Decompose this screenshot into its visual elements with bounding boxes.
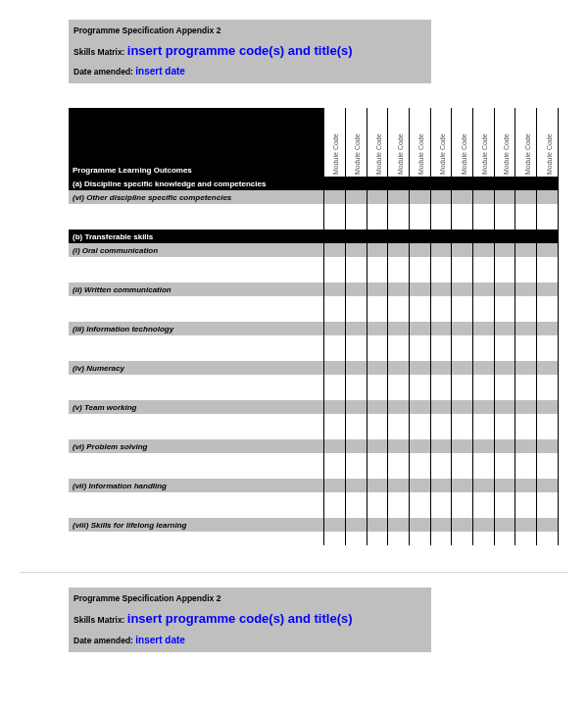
row-b2: (iii) Information technology [69,322,559,335]
module-col-2: Module Code [367,108,388,177]
module-code-label: Module Code [354,134,361,176]
date-label: Date amended: [74,67,133,77]
module-col-10: Module Code [537,108,559,177]
section-a-label: (a) Discipline specific knowledge and co… [69,177,324,190]
skills-matrix-value-2: insert programme code(s) and title(s) [127,611,353,626]
section-a-row: (a) Discipline specific knowledge and co… [69,177,559,190]
module-col-8: Module Code [494,108,515,177]
row-b7: (viii) Skills for lifelong learning [69,518,559,532]
page-separator [20,555,568,573]
gap [69,414,559,439]
module-col-1: Module Code [345,108,367,177]
module-col-9: Module Code [515,108,537,177]
module-code-label: Module Code [397,134,404,176]
row-b4: (v) Team working [69,400,559,414]
gap [69,532,559,545]
row-b1: (ii) Written communication [69,282,559,296]
gap [69,335,559,361]
module-col-7: Module Code [473,108,495,177]
date-row: Date amended: insert date [74,62,426,80]
appendix-title-2: Programme Specification Appendix 2 [74,590,426,607]
row-b6: (vii) Information handling [69,479,559,492]
skills-matrix-label: Skills Matrix: [74,47,124,57]
module-col-0: Module Code [324,108,346,177]
module-code-label: Module Code [439,134,446,176]
page-1: Programme Specification Appendix 2 Skill… [0,0,588,555]
appendix-title: Programme Specification Appendix 2 [74,23,426,39]
gap [69,375,559,400]
gap [69,296,559,322]
header-row: Programme Learning Outcomes Module Code … [69,108,559,177]
row-b3: (iv) Numeracy [69,361,559,375]
row-a6-label: (vi) Other discipline specific competenc… [69,190,324,204]
gap [69,257,559,282]
module-code-label: Module Code [417,134,424,176]
skills-matrix-table-wrap: Programme Learning Outcomes Module Code … [69,108,559,545]
section-b-row: (b) Transferable skills [69,230,559,243]
module-code-label: Module Code [481,134,488,176]
module-code-label: Module Code [524,134,531,176]
module-col-3: Module Code [388,108,410,177]
row-b5: (vi) Problem solving [69,439,559,453]
module-code-label: Module Code [503,134,510,176]
date-value: insert date [135,66,185,77]
skills-matrix-row: Skills Matrix: insert programme code(s) … [74,39,426,63]
module-code-label: Module Code [461,134,467,176]
module-code-label: Module Code [332,134,339,176]
skills-matrix-row-2: Skills Matrix: insert programme code(s) … [74,607,426,631]
date-label-2: Date amended: [74,636,133,645]
outcomes-header: Programme Learning Outcomes [69,108,324,177]
module-col-4: Module Code [409,108,430,177]
header-box: Programme Specification Appendix 2 Skill… [69,20,431,83]
header-box-2: Programme Specification Appendix 2 Skill… [69,588,431,651]
module-code-label: Module Code [375,134,382,176]
row-b0: (i) Oral communication [69,243,559,257]
date-row-2: Date amended: insert date [74,631,426,649]
skills-matrix-value: insert programme code(s) and title(s) [127,43,353,58]
module-col-6: Module Code [452,108,473,177]
skills-matrix-table: Programme Learning Outcomes Module Code … [69,108,559,545]
gap [69,204,559,230]
page-2: Programme Specification Appendix 2 Skill… [0,573,588,671]
row-a6: (vi) Other discipline specific competenc… [69,190,559,204]
gap [69,453,559,479]
section-b-label: (b) Transferable skills [69,230,324,243]
gap [69,492,559,518]
module-col-5: Module Code [430,108,452,177]
date-value-2: insert date [135,635,185,645]
module-code-label: Module Code [546,134,553,176]
skills-matrix-label-2: Skills Matrix: [74,615,124,625]
